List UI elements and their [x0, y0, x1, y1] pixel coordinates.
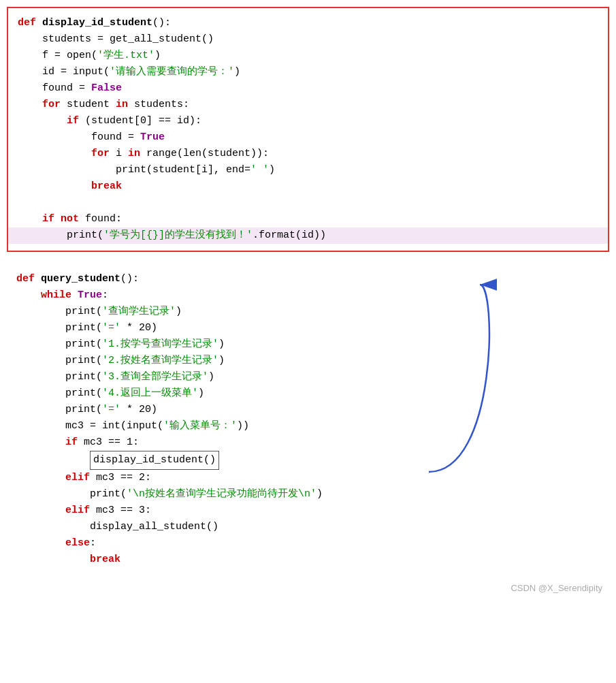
code-line: print('\n按姓名查询学生记录功能尚待开发\n') — [16, 486, 600, 503]
code-line: display_all_student() — [16, 519, 600, 535]
code-line-highlighted: print('学号为[{}]的学生没有找到！'.format(id)) — [8, 227, 608, 244]
code-line: for student in students: — [18, 97, 598, 113]
code-line: found = False — [18, 80, 598, 97]
code-line: f = open('学生.txt') — [18, 48, 598, 64]
code-block-bottom: def query_student(): while True: print('… — [7, 264, 609, 575]
code-line: elif mc3 == 2: — [16, 470, 600, 486]
watermark: CSDN @X_Serendipity — [7, 582, 609, 596]
code-line: if mc3 == 1: — [16, 434, 600, 451]
code-line: elif mc3 == 3: — [16, 503, 600, 519]
code-block-top: def display_id_student(): students = get… — [7, 7, 609, 252]
code-line: found = True — [18, 129, 598, 146]
code-line: else: — [16, 535, 600, 552]
code-line: def display_id_student(): — [18, 15, 598, 31]
code-line: print('=' * 20) — [16, 320, 600, 336]
code-line: students = get_all_student() — [18, 31, 598, 48]
code-line: print('1.按学号查询学生记录') — [16, 336, 600, 353]
code-line: for i in range(len(student)): — [18, 146, 598, 162]
code-line — [18, 195, 598, 211]
code-line: print('查询学生记录') — [16, 304, 600, 320]
code-line: while True: — [16, 287, 600, 304]
code-line: if not found: — [18, 211, 598, 227]
code-line: mc3 = int(input('输入菜单号：')) — [16, 418, 600, 434]
code-line: print(student[i], end=' ') — [18, 162, 598, 178]
code-line: id = input('请输入需要查询的学号：') — [18, 64, 598, 80]
code-line: print('2.按姓名查询学生记录') — [16, 353, 600, 369]
code-line: print('4.返回上一级菜单') — [16, 385, 600, 402]
code-line: break — [16, 552, 600, 568]
code-line: if (student[0] == id): — [18, 113, 598, 129]
code-line: print('=' * 20) — [16, 402, 600, 418]
code-line: print('3.查询全部学生记录') — [16, 369, 600, 385]
code-line: def query_student(): — [16, 271, 600, 287]
code-line: break — [18, 178, 598, 195]
code-line: display_id_student() — [16, 451, 600, 470]
